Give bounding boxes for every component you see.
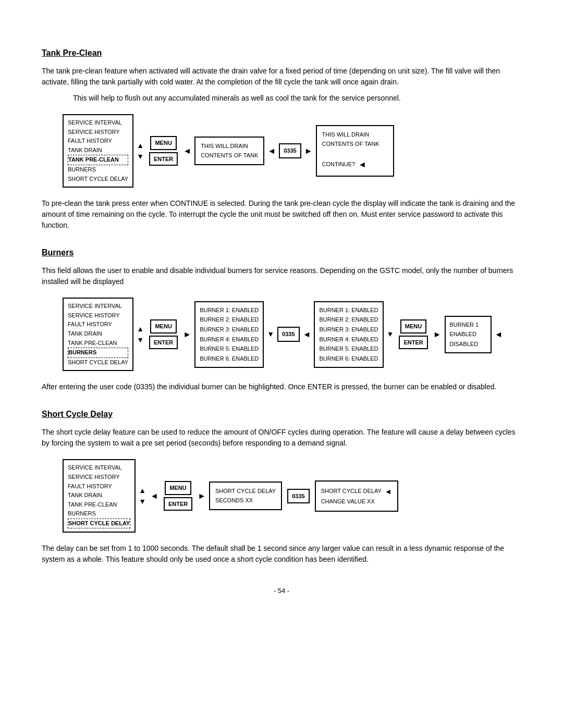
b-menu-item-tank-pre-clean: TANK PRE-CLEAN: [68, 339, 128, 348]
sc-line1: SHORT CYCLE DELAY: [215, 487, 276, 496]
sc-menu-item-service-interval: SERVICE INTERVAL: [68, 463, 130, 473]
sc2-line2: CHANGE VALUE XX: [321, 497, 392, 507]
tank-pre-clean-heading: Tank Pre-Clean: [42, 47, 521, 59]
arrow-right-1: ◄: [183, 145, 191, 157]
enter-button-3[interactable]: ENTER: [399, 336, 427, 350]
burner4-enabled-2: BURNER 4: ENABLED: [319, 335, 378, 344]
drain-text2-line2: CONTENTS OF TANK: [322, 140, 388, 149]
short-cycle-heading: Short Cycle Delay: [42, 408, 521, 421]
sc-menu-item-short-cycle-selected: SHORT CYCLE DELAY: [68, 519, 130, 529]
sc-menu-item-burners: BURNERS: [68, 509, 130, 519]
menu-item-short-cycle-delay: SHORT CYCLE DELAY: [68, 175, 128, 184]
sc2-line1: SHORT CYCLE DELAY: [321, 487, 382, 496]
menu-item-fault-history: FAULT HISTORY: [68, 137, 128, 146]
info-box-continue: THIS WILL DRAIN CONTENTS OF TANK CONTINU…: [316, 125, 394, 176]
b-arrow-left-2: ◄: [495, 328, 503, 341]
sc-arrow-left: ◄: [150, 490, 158, 502]
sc-down-arrow-icon: ▼: [139, 496, 146, 507]
menu-item-tank-pre-clean-selected: TANK PRE-CLEAN: [68, 155, 128, 165]
tank-pre-clean-diagram: SERVICE INTERVAL SERVICE HISTORY FAULT H…: [63, 114, 521, 188]
burner2-enabled-1: BURNER 2: ENABLED: [200, 315, 259, 325]
sc2-arrow-icon: ◄: [385, 486, 392, 497]
burner1-enabled-1: BURNER 1: ENABLED: [200, 305, 259, 315]
drain-text2-line1: THIS WILL DRAIN: [322, 130, 388, 140]
b-menu-item-burners-selected: BURNERS: [68, 348, 128, 358]
b2-down-arrow-icon: ▼: [267, 329, 274, 340]
burners-heading: Burners: [42, 246, 521, 259]
menu-box-3: SERVICE INTERVAL SERVICE HISTORY FAULT H…: [63, 459, 136, 533]
b-up-arrow-icon: ▲: [137, 324, 144, 335]
b-arrow-right-1: ►: [183, 328, 191, 341]
burner2-enabled-2: BURNER 2: ENABLED: [319, 315, 378, 325]
b-menu-item-short-cycle-delay: SHORT CYCLE DELAY: [68, 358, 128, 367]
burner-list-1: BURNER 1: ENABLED BURNER 2: ENABLED BURN…: [194, 301, 264, 368]
continue-text: CONTINUE?: [322, 160, 356, 169]
menu-enter-buttons-3: MENU ENTER: [399, 319, 427, 349]
short-cycle-box-1: SHORT CYCLE DELAY SECONDS XX: [209, 482, 282, 510]
burner-list-2: BURNER 1: ENABLED BURNER 2: ENABLED BURN…: [314, 301, 383, 368]
burner5-enabled-2: BURNER 5: ENABLED: [319, 344, 378, 354]
menu-item-tank-drain: TANK DRAIN: [68, 146, 128, 155]
menu-button-4[interactable]: MENU: [165, 481, 191, 495]
burner3-enabled-1: BURNER 3: ENABLED: [200, 325, 259, 335]
drain-text-line2: CONTENTS OF TANK: [201, 151, 258, 161]
down-arrow-icon: ▼: [137, 151, 144, 162]
tank-pre-clean-para1: The tank pre-clean feature when activate…: [42, 66, 521, 88]
burner5-enabled-1: BURNER 5: ENABLED: [200, 344, 259, 354]
code-box-2: 0335: [277, 327, 299, 342]
continue-arrow-icon: ◄: [358, 158, 366, 171]
b-menu-item-service-history: SERVICE HISTORY: [68, 311, 128, 320]
menu-enter-buttons-2: MENU ENTER: [149, 319, 178, 349]
sc-arrow-right: ►: [198, 490, 206, 502]
tank-pre-clean-para3: To pre-clean the tank press enter when C…: [42, 198, 521, 231]
page-number: - 54 -: [42, 586, 521, 596]
short-cycle-para1: The short cycle delay feature can be use…: [42, 427, 521, 449]
menu-item-burners: BURNERS: [68, 165, 128, 175]
burners-diagram: SERVICE INTERVAL SERVICE HISTORY FAULT H…: [63, 298, 521, 371]
burners-para2: After entering the user code (0335) the …: [42, 381, 521, 392]
menu-enter-buttons-1: MENU ENTER: [149, 136, 178, 166]
info-box-drain-1: THIS WILL DRAIN CONTENTS OF TANK: [194, 137, 264, 165]
enter-button-4[interactable]: ENTER: [164, 497, 192, 511]
menu-button-1[interactable]: MENU: [150, 136, 176, 150]
burner1-enabled-2-sel: BURNER 1: ENABLED: [319, 305, 378, 315]
burner4-enabled-1: BURNER 4: ENABLED: [200, 335, 259, 344]
burner-options-box: BURNER 1 ENABLED DISABLED: [445, 316, 492, 353]
b-menu-item-tank-drain: TANK DRAIN: [68, 329, 128, 339]
arrow-left-1: ◄: [267, 145, 276, 157]
short-cycle-para2: The delay can be set from 1 to 1000 seco…: [42, 543, 521, 565]
burner6-enabled-1: BURNER 6: ENABLED: [200, 354, 259, 364]
menu-button-2[interactable]: MENU: [150, 319, 176, 334]
burners-para1: This field allows the user to enable and…: [42, 265, 521, 287]
burner-option-enabled: ENABLED: [450, 329, 486, 339]
burner-option-title: BURNER 1: [450, 320, 486, 330]
menu-enter-buttons-4: MENU ENTER: [164, 481, 192, 511]
menu-box-1: SERVICE INTERVAL SERVICE HISTORY FAULT H…: [63, 114, 133, 188]
short-cycle-diagram: SERVICE INTERVAL SERVICE HISTORY FAULT H…: [63, 459, 521, 533]
menu-item-service-history: SERVICE HISTORY: [68, 128, 128, 137]
sc-menu-item-tank-drain: TANK DRAIN: [68, 491, 130, 500]
sc-menu-item-tank-pre-clean: TANK PRE-CLEAN: [68, 500, 130, 510]
code-box-3: 0335: [287, 489, 309, 504]
b-down-arrow-icon: ▼: [137, 335, 144, 346]
sc-menu-item-fault-history: FAULT HISTORY: [68, 482, 130, 491]
enter-button-1[interactable]: ENTER: [149, 152, 178, 166]
b-menu-item-service-interval: SERVICE INTERVAL: [68, 302, 128, 311]
b-menu-item-fault-history: FAULT HISTORY: [68, 320, 128, 329]
menu-box-2: SERVICE INTERVAL SERVICE HISTORY FAULT H…: [63, 298, 133, 371]
sc-up-arrow-icon: ▲: [139, 485, 146, 496]
burner-option-disabled: DISABLED: [450, 339, 486, 349]
code-box-1: 0335: [279, 143, 301, 158]
enter-button-2[interactable]: ENTER: [149, 336, 178, 350]
menu-item-service-interval: SERVICE INTERVAL: [68, 118, 128, 128]
short-cycle-box-2: SHORT CYCLE DELAY ◄ CHANGE VALUE XX: [315, 480, 398, 512]
arrow-right-2: ►: [304, 145, 313, 157]
drain-text2-line3: [322, 149, 388, 158]
drain-text-line1: THIS WILL DRAIN: [201, 142, 258, 151]
sc-menu-item-service-history: SERVICE HISTORY: [68, 473, 130, 482]
menu-button-3[interactable]: MENU: [400, 319, 426, 334]
burner6-enabled-2: BURNER 6: ENABLED: [319, 354, 378, 364]
b-arrow-right-2: ►: [433, 328, 442, 341]
burner3-enabled-2: BURNER 3: ENABLED: [319, 325, 378, 335]
b3-down-arrow-icon: ▼: [387, 329, 394, 340]
